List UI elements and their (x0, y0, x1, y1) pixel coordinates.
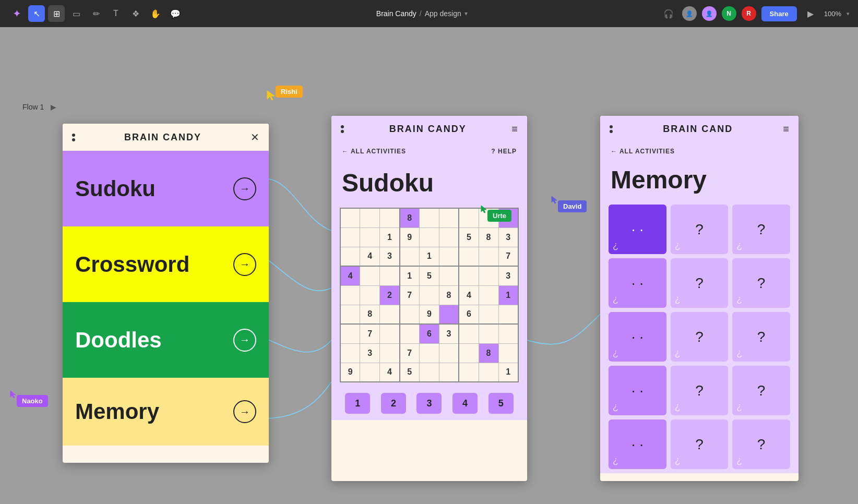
zoom-level[interactable]: 100% (824, 10, 841, 18)
sudoku-cell-8-0[interactable]: 9 (340, 363, 360, 382)
sudoku-cell-2-5[interactable] (439, 247, 459, 266)
num-btn-4[interactable]: 4 (452, 393, 478, 414)
back-to-activities[interactable]: ← ALL ACTIVITIES (342, 148, 406, 155)
sudoku-cell-6-7[interactable] (479, 324, 498, 343)
sudoku-cell-1-1[interactable] (360, 227, 380, 247)
sudoku-cell-1-7[interactable]: 8 (479, 227, 498, 247)
sudoku-cell-3-2[interactable] (380, 266, 400, 285)
frame-tool[interactable]: ⊞ (48, 5, 65, 22)
sudoku-cell-4-1[interactable] (360, 285, 380, 305)
sudoku-cell-8-2[interactable]: 4 (380, 363, 400, 382)
sudoku-cell-1-6[interactable]: 5 (459, 227, 479, 247)
sudoku-cell-4-7[interactable] (479, 285, 498, 305)
sudoku-cell-8-7[interactable] (479, 363, 498, 382)
sudoku-cell-4-4[interactable] (420, 285, 439, 305)
project-name[interactable]: Brain Candy (376, 9, 416, 18)
menu-item-doodles[interactable]: Doodles → (63, 302, 269, 378)
help-link[interactable]: ? HELP (491, 148, 517, 155)
memory-card-11[interactable]: ?¿ (732, 366, 790, 415)
sudoku-cell-2-0[interactable] (340, 247, 360, 266)
sudoku-cell-2-3[interactable] (400, 247, 420, 266)
sudoku-cell-3-5[interactable] (439, 266, 459, 285)
memory-card-0[interactable]: · ·¿ (609, 205, 666, 254)
sudoku-cell-6-0[interactable] (340, 324, 360, 343)
sudoku-cell-2-6[interactable] (459, 247, 479, 266)
memory-card-8[interactable]: ?¿ (732, 312, 790, 362)
memory-arrow[interactable]: → (233, 400, 256, 423)
comment-tool[interactable]: 💬 (167, 5, 184, 22)
sudoku-cell-7-5[interactable] (439, 343, 459, 363)
sudoku-cell-6-6[interactable] (459, 324, 479, 343)
sudoku-cell-3-7[interactable] (479, 266, 498, 285)
memory-card-9[interactable]: · ·¿ (609, 366, 666, 415)
sudoku-cell-0-2[interactable] (380, 208, 400, 227)
sudoku-cell-4-0[interactable] (340, 285, 360, 305)
sudoku-cell-3-3[interactable]: 1 (400, 266, 420, 285)
frame3-menu-icon[interactable]: ≡ (783, 123, 789, 135)
memory-card-12[interactable]: · ·¿ (609, 419, 666, 469)
sudoku-cell-6-1[interactable]: 7 (360, 324, 380, 343)
frame1-close-icon[interactable]: ✕ (251, 131, 259, 143)
sudoku-cell-2-8[interactable]: 7 (498, 247, 518, 266)
num-btn-3[interactable]: 3 (416, 393, 442, 414)
page-name[interactable]: App design (425, 9, 461, 18)
sudoku-cell-1-3[interactable]: 9 (400, 227, 420, 247)
sudoku-cell-5-5[interactable] (439, 305, 459, 324)
menu-item-sudoku[interactable]: Sudoku → (63, 151, 269, 226)
sudoku-cell-4-3[interactable]: 7 (400, 285, 420, 305)
sudoku-cell-7-0[interactable] (340, 343, 360, 363)
sudoku-cell-2-7[interactable] (479, 247, 498, 266)
sudoku-cell-0-4[interactable] (420, 208, 439, 227)
sudoku-cell-8-4[interactable] (420, 363, 439, 382)
memory-card-10[interactable]: ?¿ (671, 366, 729, 415)
pen-tool[interactable]: ✏ (88, 5, 104, 22)
memory-card-13[interactable]: ?¿ (671, 419, 729, 469)
sudoku-cell-8-5[interactable] (439, 363, 459, 382)
frame2-menu-icon[interactable]: ≡ (511, 123, 518, 135)
sudoku-cell-1-0[interactable] (340, 227, 360, 247)
sudoku-cell-7-2[interactable] (380, 343, 400, 363)
sudoku-cell-1-4[interactable] (420, 227, 439, 247)
sudoku-cell-3-8[interactable]: 3 (498, 266, 518, 285)
sudoku-cell-6-3[interactable] (400, 324, 420, 343)
sudoku-cell-4-8[interactable]: 1 (498, 285, 518, 305)
num-btn-5[interactable]: 5 (488, 393, 514, 414)
sudoku-cell-7-3[interactable]: 7 (400, 343, 420, 363)
num-btn-1[interactable]: 1 (345, 393, 370, 414)
sudoku-cell-7-1[interactable]: 3 (360, 343, 380, 363)
sudoku-cell-7-4[interactable] (420, 343, 439, 363)
sudoku-cell-2-2[interactable]: 3 (380, 247, 400, 266)
sudoku-cell-7-7[interactable]: 8 (479, 343, 498, 363)
sudoku-cell-4-5[interactable]: 8 (439, 285, 459, 305)
sudoku-cell-2-1[interactable]: 4 (360, 247, 380, 266)
sudoku-cell-2-4[interactable]: 1 (420, 247, 439, 266)
memory-card-6[interactable]: · ·¿ (609, 312, 666, 362)
sudoku-cell-4-2[interactable]: 2 (380, 285, 400, 305)
hand-tool[interactable]: ✋ (147, 5, 164, 22)
sudoku-cell-5-1[interactable]: 8 (360, 305, 380, 324)
sudoku-cell-0-5[interactable] (439, 208, 459, 227)
sudoku-cell-3-1[interactable] (360, 266, 380, 285)
sudoku-cell-5-6[interactable]: 6 (459, 305, 479, 324)
sudoku-cell-0-6[interactable] (459, 208, 479, 227)
sudoku-cell-5-3[interactable] (400, 305, 420, 324)
select-tool[interactable]: ↖ (28, 5, 45, 22)
crossword-arrow[interactable]: → (233, 253, 256, 276)
memory-card-14[interactable]: ?¿ (732, 419, 790, 469)
figma-menu-icon[interactable]: ✦ (8, 5, 25, 22)
sudoku-cell-0-0[interactable] (340, 208, 360, 227)
sudoku-cell-8-3[interactable]: 5 (400, 363, 420, 382)
sudoku-cell-3-4[interactable]: 5 (420, 266, 439, 285)
share-button[interactable]: Share (761, 6, 797, 21)
sudoku-cell-3-6[interactable] (459, 266, 479, 285)
memory-card-3[interactable]: · ·¿ (609, 258, 666, 308)
flow-play-button[interactable]: ▶ (48, 102, 58, 112)
sudoku-cell-5-7[interactable] (479, 305, 498, 324)
dropdown-icon[interactable]: ▾ (464, 10, 468, 17)
shape-tool[interactable]: ▭ (68, 5, 85, 22)
sudoku-cell-6-8[interactable] (498, 324, 518, 343)
memory-card-7[interactable]: ?¿ (671, 312, 729, 362)
memory-card-5[interactable]: ?¿ (732, 258, 790, 308)
memory-card-1[interactable]: ?¿ (671, 205, 729, 254)
sudoku-cell-6-4[interactable]: 6 (420, 324, 439, 343)
